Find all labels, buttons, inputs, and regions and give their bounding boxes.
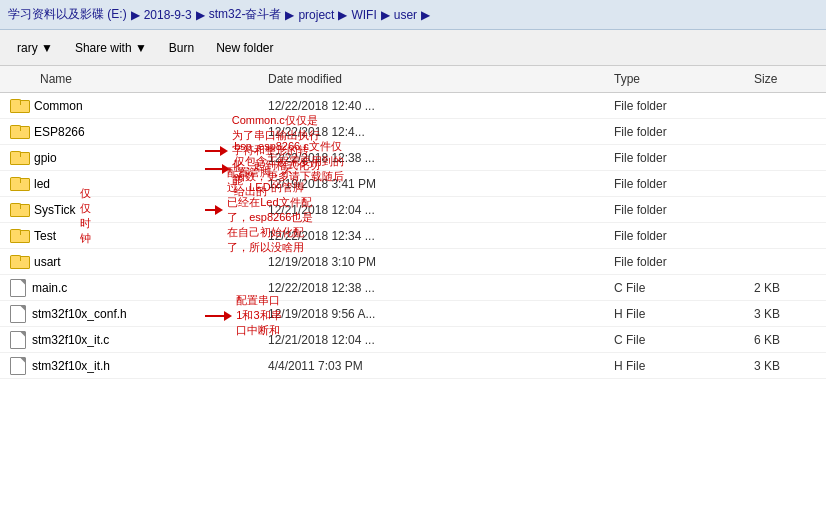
file-icon	[10, 331, 26, 349]
date-modified: 12/19/2018 3:41 PM	[260, 177, 606, 191]
file-type: File folder	[606, 203, 746, 217]
burn-button[interactable]: Burn	[160, 37, 203, 59]
table-row[interactable]: stm32f10x_it.h4/4/2011 7:03 PMH File3 KB	[0, 353, 826, 379]
date-modified: 12/22/2018 12:40 ...	[260, 99, 606, 113]
file-name: Test	[34, 229, 56, 243]
file-name-cell: stm32f10x_conf.h	[0, 305, 260, 323]
file-name-cell: main.c	[0, 279, 260, 297]
file-name: stm32f10x_conf.h	[32, 307, 127, 321]
library-button[interactable]: rary ▼	[8, 37, 62, 59]
col-date: Date modified	[260, 70, 606, 88]
new-folder-button[interactable]: New folder	[207, 37, 282, 59]
folder-icon	[10, 255, 28, 269]
breadcrumb-item-1[interactable]: 2018-9-3	[144, 8, 192, 22]
file-name: led	[34, 177, 50, 191]
folder-icon	[10, 125, 28, 139]
file-name: SysTick	[34, 203, 76, 217]
col-size: Size	[746, 70, 826, 88]
file-name-cell: SysTick	[0, 203, 260, 217]
table-row[interactable]: main.c12/22/2018 12:38 ...C File2 KB	[0, 275, 826, 301]
folder-icon	[10, 99, 28, 113]
file-name-cell: stm32f10x_it.h	[0, 357, 260, 375]
column-headers: Name Date modified Type Size	[0, 66, 826, 93]
file-type: H File	[606, 307, 746, 321]
file-type: File folder	[606, 125, 746, 139]
table-row[interactable]: stm32f10x_it.c12/21/2018 12:04 ...C File…	[0, 327, 826, 353]
file-type: File folder	[606, 151, 746, 165]
file-name-cell: ESP8266	[0, 125, 260, 139]
file-list: Common12/22/2018 12:40 ...File folderESP…	[0, 93, 826, 379]
file-name: usart	[34, 255, 61, 269]
main-content: Name Date modified Type Size Common12/22…	[0, 66, 826, 379]
file-icon	[10, 279, 26, 297]
folder-icon	[10, 177, 28, 191]
file-name: stm32f10x_it.h	[32, 359, 110, 373]
table-row[interactable]: gpio12/22/2018 12:38 ...File folder	[0, 145, 826, 171]
file-name-cell: Test	[0, 229, 260, 243]
table-row[interactable]: SysTick12/21/2018 12:04 ...File folder	[0, 197, 826, 223]
file-size: 6 KB	[746, 333, 826, 347]
file-name: main.c	[32, 281, 67, 295]
file-icon	[10, 357, 26, 375]
date-modified: 4/4/2011 7:03 PM	[260, 359, 606, 373]
breadcrumb-item-2[interactable]: stm32-奋斗者	[209, 6, 282, 23]
file-size: 3 KB	[746, 307, 826, 321]
file-type: C File	[606, 333, 746, 347]
folder-icon	[10, 229, 28, 243]
date-modified: 12/22/2018 12:34 ...	[260, 229, 606, 243]
date-modified: 12/22/2018 12:4...	[260, 125, 606, 139]
file-type: File folder	[606, 177, 746, 191]
share-with-button[interactable]: Share with ▼	[66, 37, 156, 59]
table-row[interactable]: ESP826612/22/2018 12:4...File folder	[0, 119, 826, 145]
table-row[interactable]: Common12/22/2018 12:40 ...File folder	[0, 93, 826, 119]
file-name: stm32f10x_it.c	[32, 333, 109, 347]
breadcrumb: 学习资料以及影碟 (E:) ▶ 2018-9-3 ▶ stm32-奋斗者 ▶ p…	[0, 0, 826, 30]
date-modified: 12/19/2018 9:56 A...	[260, 307, 606, 321]
file-name-cell: stm32f10x_it.c	[0, 331, 260, 349]
breadcrumb-item-0[interactable]: 学习资料以及影碟 (E:)	[8, 6, 127, 23]
breadcrumb-item-5[interactable]: user	[394, 8, 417, 22]
table-row[interactable]: Test12/22/2018 12:34 ...File folder	[0, 223, 826, 249]
file-name-cell: usart	[0, 255, 260, 269]
file-name-cell: Common	[0, 99, 260, 113]
breadcrumb-item-3[interactable]: project	[298, 8, 334, 22]
file-name-cell: gpio	[0, 151, 260, 165]
file-name: ESP8266	[34, 125, 85, 139]
file-type: C File	[606, 281, 746, 295]
folder-icon	[10, 203, 28, 217]
date-modified: 12/22/2018 12:38 ...	[260, 151, 606, 165]
date-modified: 12/19/2018 3:10 PM	[260, 255, 606, 269]
file-size: 3 KB	[746, 359, 826, 373]
date-modified: 12/21/2018 12:04 ...	[260, 333, 606, 347]
file-name: gpio	[34, 151, 57, 165]
file-name: Common	[34, 99, 83, 113]
date-modified: 12/22/2018 12:38 ...	[260, 281, 606, 295]
file-icon	[10, 305, 26, 323]
file-type: File folder	[606, 99, 746, 113]
file-type: File folder	[606, 229, 746, 243]
folder-icon	[10, 151, 28, 165]
col-name: Name	[0, 70, 260, 88]
table-row[interactable]: usart12/19/2018 3:10 PMFile folder	[0, 249, 826, 275]
table-row[interactable]: led12/19/2018 3:41 PMFile folder	[0, 171, 826, 197]
breadcrumb-item-4[interactable]: WIFI	[351, 8, 376, 22]
file-size: 2 KB	[746, 281, 826, 295]
date-modified: 12/21/2018 12:04 ...	[260, 203, 606, 217]
toolbar: rary ▼ Share with ▼ Burn New folder	[0, 30, 826, 66]
table-row[interactable]: stm32f10x_conf.h12/19/2018 9:56 A...H Fi…	[0, 301, 826, 327]
file-type: File folder	[606, 255, 746, 269]
col-type: Type	[606, 70, 746, 88]
file-type: H File	[606, 359, 746, 373]
file-name-cell: led	[0, 177, 260, 191]
